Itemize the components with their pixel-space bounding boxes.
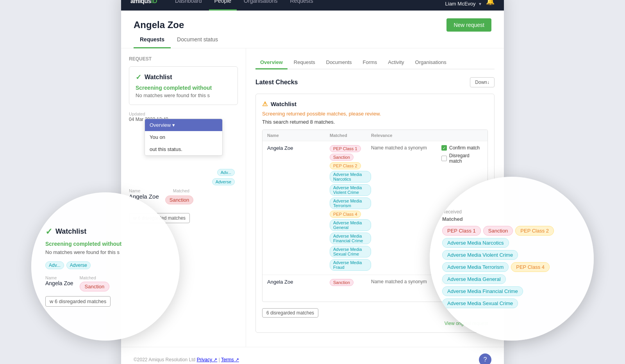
- dropdown-title: Overview ▾: [150, 122, 175, 128]
- download-button[interactable]: Down↓: [470, 77, 495, 87]
- confirm-cell-1: ✓ Confirm match Disregard match: [441, 145, 483, 164]
- top-nav: amiqusID Dashboard People Organisations …: [121, 0, 504, 11]
- disregard-label-1: Disregard match: [449, 153, 483, 164]
- zoom-tag-pep2: PEP Class 2: [515, 226, 554, 236]
- zoom-tag-general: Adverse Media General: [442, 274, 506, 284]
- tag-general-1: Adverse Media General: [330, 219, 371, 231]
- screening-warning: Screening returned possible matches, ple…: [262, 111, 488, 117]
- zoom-watchlist-label: Watchlist: [55, 227, 86, 236]
- watchlist-section-label: Watchlist: [271, 101, 296, 107]
- watchlist-label: Watchlist: [145, 74, 172, 81]
- name-row: Name Angela Zoe Matched Sanction: [129, 188, 238, 204]
- zoom-overlay-left: ✓ Watchlist Screening completed without …: [31, 192, 180, 341]
- dropdown-item-2[interactable]: out this status.: [145, 143, 222, 155]
- zoom-tag-pep1: PEP Class 1: [442, 226, 481, 236]
- relevance-1: Name matched a synonym: [371, 145, 441, 151]
- updated-label: Updated: [129, 112, 145, 116]
- watchlist-check-icon: ✓: [136, 73, 141, 82]
- zoom-sanction-badge: Sanction: [80, 282, 110, 291]
- ov-tab-overview[interactable]: Overview: [255, 56, 288, 69]
- no-matches-text: No matches were found for this s: [136, 92, 231, 98]
- zoom-matched-title: Matched: [442, 216, 581, 222]
- col-actions: [441, 133, 483, 138]
- zoom-overlay-right: Received Matched PEP Class 1 Sanction PE…: [430, 177, 594, 341]
- nav-user: Liam McEvoy: [445, 1, 476, 7]
- nav-right: ABC Ltd Liam McEvoy ▾ 🔔: [445, 0, 495, 7]
- page-title: Angela Zoe: [134, 20, 184, 30]
- zoom-tag-narcotics: Adverse Media Narcotics: [442, 238, 509, 248]
- zoom-tags: PEP Class 1 Sanction PEP Class 2 Adverse…: [442, 226, 581, 308]
- zoom-tag-sexual: Adverse Media Sexual Crime: [442, 298, 518, 308]
- ov-tab-requests[interactable]: Requests: [289, 56, 320, 69]
- zoom-left-tags: Adv... Adverse: [45, 261, 166, 269]
- ov-tab-organisations[interactable]: Organisations: [411, 56, 451, 69]
- left-sanction-badge: Sanction: [165, 195, 194, 204]
- overview-tabs: Overview Requests Documents Forms Activi…: [255, 56, 495, 69]
- disregard-checkbox-1[interactable]: [441, 156, 447, 161]
- zoom-tag-sanction: Sanction: [483, 226, 513, 236]
- request-label: Request: [129, 56, 238, 62]
- tab-requests[interactable]: Requests: [134, 32, 171, 48]
- col-relevance: Relevance: [371, 133, 441, 138]
- nav-dropdown-icon[interactable]: ▾: [479, 1, 481, 7]
- left-tag-adverse-2: Adverse: [212, 178, 235, 185]
- tag-pep4-1: PEP Class 4: [330, 211, 361, 218]
- zoom-screening-text: Screening completed without: [45, 241, 166, 247]
- left-tag-adverse-1: Adv...: [217, 169, 235, 176]
- zoom-left-name-row: Name Angela Zoe Matched Sanction: [45, 275, 166, 291]
- terms-link[interactable]: Terms ↗: [221, 357, 239, 362]
- page-header: Angela Zoe New request: [121, 11, 504, 32]
- zoom-name-label: Name: [45, 275, 73, 280]
- nav-links: Dashboard People Organisations Requests: [170, 0, 445, 11]
- ov-tab-documents[interactable]: Documents: [321, 56, 357, 69]
- zoom-left-tag-2: Adverse: [66, 261, 91, 269]
- copyright-text: ©2022 Amiqus Resolution Ltd: [134, 357, 195, 362]
- nav-people[interactable]: People: [209, 0, 237, 11]
- left-panel-tags: Adv... Adverse: [129, 169, 238, 185]
- nav-organisations[interactable]: Organisations: [238, 0, 283, 11]
- confirm-match-row-1: ✓ Confirm match: [441, 145, 483, 151]
- watchlist-section-title: ⚠ Watchlist: [262, 100, 488, 108]
- disregarded-matches-button[interactable]: 6 disregarded matches: [262, 308, 318, 318]
- nav-bell-icon[interactable]: 🔔: [486, 0, 495, 5]
- zoom-tag-financial: Adverse Media Financial Crime: [442, 286, 523, 296]
- tag-fraud-1: Adverse Media Fraud: [330, 259, 371, 271]
- nav-dashboard[interactable]: Dashboard: [170, 0, 207, 11]
- sub-tabs: Requests Document status: [121, 32, 504, 48]
- nav-logo: amiqusID: [130, 0, 157, 5]
- ov-tab-activity[interactable]: Activity: [383, 56, 409, 69]
- checks-title: Latest Checks: [255, 79, 298, 86]
- tag-pep2-1: PEP Class 2: [330, 162, 361, 169]
- zoom-left-tag-1: Adv...: [45, 261, 64, 269]
- help-button[interactable]: ?: [479, 353, 491, 364]
- name-row-label: Name: [129, 188, 159, 193]
- tag-pep1-1: PEP Class 1: [330, 145, 361, 152]
- zoom-no-matches-text: No matches were found for this s: [45, 249, 166, 255]
- zoom-check-icon: ✓: [45, 227, 52, 237]
- tag-sanction-2: Sanction: [330, 279, 354, 286]
- ov-tab-forms[interactable]: Forms: [358, 56, 382, 69]
- zoom-content-right: Received Matched PEP Class 1 Sanction PE…: [430, 197, 594, 321]
- footer: ©2022 Amiqus Resolution Ltd Privacy ↗ | …: [121, 347, 504, 364]
- tab-document-status[interactable]: Document status: [171, 32, 224, 48]
- relevance-2: Name matched a synonym: [371, 279, 441, 284]
- zoom-tag-terrorism: Adverse Media Terrorism: [442, 262, 509, 272]
- warn-icon: ⚠: [262, 100, 268, 108]
- nav-requests[interactable]: Requests: [285, 0, 319, 11]
- tag-terrorism-1: Adverse Media Terrorism: [330, 197, 371, 209]
- confirm-checkbox-1[interactable]: ✓: [441, 145, 447, 151]
- watchlist-card: ✓ Watchlist Screening completed without …: [129, 66, 238, 105]
- nav-company: ABC Ltd Liam McEvoy ▾: [445, 0, 481, 7]
- zoom-content-left: ✓ Watchlist Screening completed without …: [31, 216, 180, 318]
- disregard-row-1: Disregard match: [441, 153, 483, 164]
- tag-narcotics-1: Adverse Media Narcotics: [330, 171, 371, 183]
- col-name: Name: [267, 133, 330, 138]
- footer-copyright: ©2022 Amiqus Resolution Ltd Privacy ↗ | …: [134, 357, 239, 362]
- new-request-button[interactable]: New request: [446, 18, 491, 32]
- dropdown-item-1[interactable]: You on: [145, 131, 222, 143]
- zoom-name-value: Angela Zoe: [45, 280, 73, 286]
- zoom-disregarded-btn[interactable]: w 6 disregarded matches: [45, 296, 111, 307]
- checks-header: Latest Checks Down↓: [255, 77, 495, 87]
- privacy-link[interactable]: Privacy ↗: [197, 357, 218, 362]
- view-original-link[interactable]: View original request: [262, 321, 488, 326]
